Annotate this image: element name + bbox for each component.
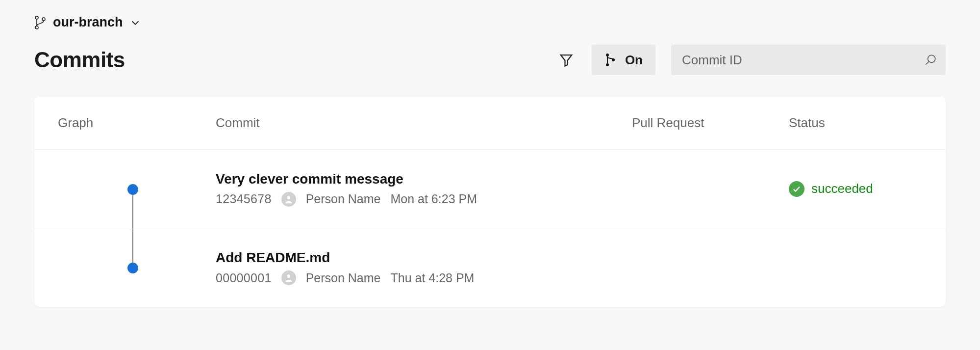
table-row[interactable]: Very clever commit message 12345678 Pers… (34, 150, 946, 228)
graph-dot (127, 184, 138, 195)
page-title: Commits (34, 48, 125, 72)
chevron-down-icon (130, 17, 141, 28)
commit-meta: 12345678 Person Name Mon at 6:23 PM (216, 192, 632, 207)
graph-cell (34, 150, 216, 228)
graph-dot (127, 263, 138, 273)
svg-point-0 (35, 16, 38, 19)
graph-cell (34, 228, 216, 307)
svg-line-8 (926, 61, 929, 65)
status-label: succeeded (811, 181, 873, 196)
table-row[interactable]: Add README.md 00000001 Person Name Thu a… (34, 228, 946, 307)
commit-cell: Add README.md 00000001 Person Name Thu a… (216, 250, 632, 285)
commit-cell: Very clever commit message 12345678 Pers… (216, 171, 632, 207)
person-icon (284, 194, 294, 204)
avatar (281, 192, 296, 207)
avatar (281, 270, 296, 285)
graph-toggle[interactable]: On (592, 45, 655, 75)
col-status: Status (789, 115, 946, 131)
svg-marker-3 (561, 55, 572, 66)
commit-time: Mon at 6:23 PM (391, 192, 477, 206)
commit-time: Thu at 4:28 PM (391, 271, 475, 285)
svg-point-10 (287, 274, 290, 278)
graph-line (132, 228, 133, 268)
commit-hash[interactable]: 00000001 (216, 271, 272, 285)
commit-search-input[interactable] (671, 45, 946, 75)
col-graph: Graph (34, 115, 216, 131)
graph-icon (604, 53, 616, 67)
svg-point-2 (42, 18, 45, 21)
branch-selector[interactable]: our-branch (34, 15, 946, 30)
search-icon (924, 54, 937, 66)
graph-toggle-label: On (625, 53, 643, 68)
funnel-icon (559, 53, 574, 67)
branch-icon (34, 15, 46, 30)
svg-point-1 (35, 26, 38, 29)
svg-point-5 (606, 63, 609, 66)
status-badge-success (789, 181, 804, 197)
svg-point-9 (287, 196, 290, 199)
filter-button[interactable] (552, 45, 581, 75)
status-cell[interactable]: succeeded (789, 181, 946, 197)
check-icon (792, 185, 801, 193)
commit-search[interactable] (671, 45, 946, 75)
person-icon (284, 273, 294, 283)
col-commit: Commit (216, 115, 632, 131)
commit-message[interactable]: Very clever commit message (216, 171, 632, 187)
commit-message[interactable]: Add README.md (216, 250, 632, 266)
col-pull-request: Pull Request (632, 115, 789, 131)
commit-hash[interactable]: 12345678 (216, 192, 272, 206)
commits-table: Graph Commit Pull Request Status Very cl… (34, 97, 946, 307)
svg-point-7 (928, 55, 935, 62)
commit-author[interactable]: Person Name (306, 192, 381, 206)
header-row: Commits On (34, 45, 946, 75)
commit-author[interactable]: Person Name (306, 271, 381, 285)
commit-meta: 00000001 Person Name Thu at 4:28 PM (216, 270, 632, 285)
svg-point-4 (606, 54, 609, 56)
table-header: Graph Commit Pull Request Status (34, 97, 946, 150)
branch-name: our-branch (53, 15, 123, 30)
